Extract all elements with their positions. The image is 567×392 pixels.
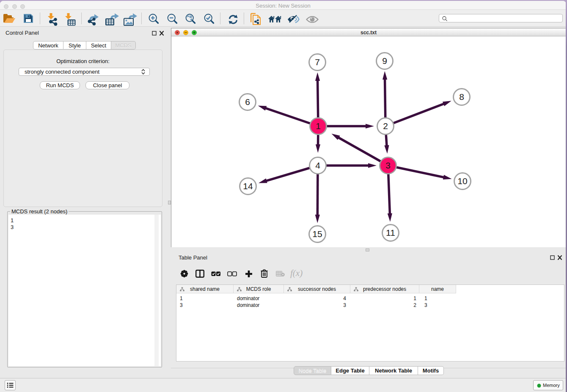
svg-text:2: 2 bbox=[383, 121, 388, 131]
svg-text:8: 8 bbox=[459, 92, 464, 102]
svg-text:7: 7 bbox=[315, 57, 320, 67]
svg-text:15: 15 bbox=[312, 229, 322, 239]
svg-text:3: 3 bbox=[385, 160, 391, 170]
svg-text:9: 9 bbox=[382, 56, 387, 66]
svg-text:6: 6 bbox=[245, 97, 250, 107]
svg-text:4: 4 bbox=[315, 160, 320, 170]
svg-text:14: 14 bbox=[243, 181, 253, 191]
svg-text:11: 11 bbox=[386, 228, 395, 237]
svg-text:10: 10 bbox=[457, 176, 467, 186]
svg-text:1: 1 bbox=[316, 121, 321, 131]
